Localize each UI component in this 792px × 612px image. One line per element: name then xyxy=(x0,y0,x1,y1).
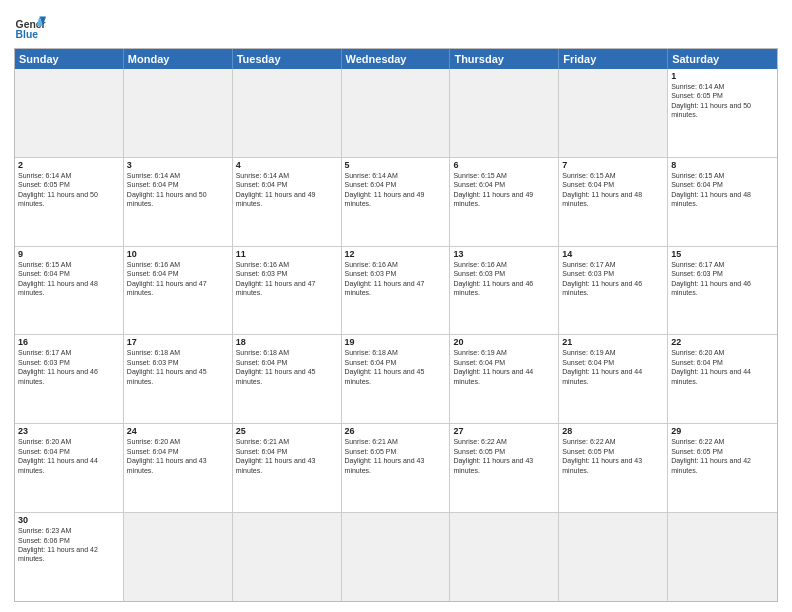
day-number: 3 xyxy=(127,160,229,170)
day-number: 26 xyxy=(345,426,447,436)
day-info: Sunrise: 6:17 AMSunset: 6:03 PMDaylight:… xyxy=(671,260,774,298)
calendar-cell: 30Sunrise: 6:23 AMSunset: 6:06 PMDayligh… xyxy=(15,513,124,601)
calendar-cell: 5Sunrise: 6:14 AMSunset: 6:04 PMDaylight… xyxy=(342,158,451,246)
day-info: Sunrise: 6:18 AMSunset: 6:03 PMDaylight:… xyxy=(127,348,229,386)
day-number: 23 xyxy=(18,426,120,436)
day-info: Sunrise: 6:16 AMSunset: 6:04 PMDaylight:… xyxy=(127,260,229,298)
day-number: 20 xyxy=(453,337,555,347)
day-info: Sunrise: 6:15 AMSunset: 6:04 PMDaylight:… xyxy=(453,171,555,209)
calendar-cell: 12Sunrise: 6:16 AMSunset: 6:03 PMDayligh… xyxy=(342,247,451,335)
day-number: 22 xyxy=(671,337,774,347)
day-number: 8 xyxy=(671,160,774,170)
calendar-cell: 1Sunrise: 6:14 AMSunset: 6:05 PMDaylight… xyxy=(668,69,777,157)
calendar-cell: 23Sunrise: 6:20 AMSunset: 6:04 PMDayligh… xyxy=(15,424,124,512)
calendar-cell: 19Sunrise: 6:18 AMSunset: 6:04 PMDayligh… xyxy=(342,335,451,423)
day-info: Sunrise: 6:22 AMSunset: 6:05 PMDaylight:… xyxy=(453,437,555,475)
day-number: 10 xyxy=(127,249,229,259)
calendar-cell: 26Sunrise: 6:21 AMSunset: 6:05 PMDayligh… xyxy=(342,424,451,512)
calendar-cell xyxy=(342,513,451,601)
calendar-cell: 6Sunrise: 6:15 AMSunset: 6:04 PMDaylight… xyxy=(450,158,559,246)
weekday-header: Thursday xyxy=(450,49,559,69)
calendar-cell: 4Sunrise: 6:14 AMSunset: 6:04 PMDaylight… xyxy=(233,158,342,246)
day-info: Sunrise: 6:14 AMSunset: 6:05 PMDaylight:… xyxy=(18,171,120,209)
day-info: Sunrise: 6:14 AMSunset: 6:04 PMDaylight:… xyxy=(127,171,229,209)
calendar-cell: 20Sunrise: 6:19 AMSunset: 6:04 PMDayligh… xyxy=(450,335,559,423)
day-number: 29 xyxy=(671,426,774,436)
day-number: 7 xyxy=(562,160,664,170)
day-info: Sunrise: 6:15 AMSunset: 6:04 PMDaylight:… xyxy=(671,171,774,209)
day-number: 2 xyxy=(18,160,120,170)
logo: General Blue xyxy=(14,10,46,42)
weekday-header: Wednesday xyxy=(342,49,451,69)
calendar-cell: 9Sunrise: 6:15 AMSunset: 6:04 PMDaylight… xyxy=(15,247,124,335)
calendar-cell: 29Sunrise: 6:22 AMSunset: 6:05 PMDayligh… xyxy=(668,424,777,512)
calendar-cell xyxy=(559,513,668,601)
day-number: 27 xyxy=(453,426,555,436)
day-number: 13 xyxy=(453,249,555,259)
calendar-row: 30Sunrise: 6:23 AMSunset: 6:06 PMDayligh… xyxy=(15,513,777,601)
day-info: Sunrise: 6:18 AMSunset: 6:04 PMDaylight:… xyxy=(236,348,338,386)
day-info: Sunrise: 6:19 AMSunset: 6:04 PMDaylight:… xyxy=(562,348,664,386)
calendar-cell xyxy=(233,513,342,601)
day-info: Sunrise: 6:14 AMSunset: 6:04 PMDaylight:… xyxy=(345,171,447,209)
day-info: Sunrise: 6:20 AMSunset: 6:04 PMDaylight:… xyxy=(18,437,120,475)
svg-text:Blue: Blue xyxy=(16,29,39,40)
calendar-cell: 17Sunrise: 6:18 AMSunset: 6:03 PMDayligh… xyxy=(124,335,233,423)
weekday-header: Tuesday xyxy=(233,49,342,69)
calendar-cell: 10Sunrise: 6:16 AMSunset: 6:04 PMDayligh… xyxy=(124,247,233,335)
day-number: 30 xyxy=(18,515,120,525)
weekday-header: Monday xyxy=(124,49,233,69)
calendar-row: 16Sunrise: 6:17 AMSunset: 6:03 PMDayligh… xyxy=(15,335,777,424)
calendar-cell: 3Sunrise: 6:14 AMSunset: 6:04 PMDaylight… xyxy=(124,158,233,246)
calendar-cell: 7Sunrise: 6:15 AMSunset: 6:04 PMDaylight… xyxy=(559,158,668,246)
day-number: 21 xyxy=(562,337,664,347)
day-number: 6 xyxy=(453,160,555,170)
calendar-cell: 18Sunrise: 6:18 AMSunset: 6:04 PMDayligh… xyxy=(233,335,342,423)
weekday-header: Sunday xyxy=(15,49,124,69)
day-number: 12 xyxy=(345,249,447,259)
calendar-cell: 13Sunrise: 6:16 AMSunset: 6:03 PMDayligh… xyxy=(450,247,559,335)
day-info: Sunrise: 6:21 AMSunset: 6:05 PMDaylight:… xyxy=(345,437,447,475)
day-info: Sunrise: 6:17 AMSunset: 6:03 PMDaylight:… xyxy=(562,260,664,298)
day-info: Sunrise: 6:17 AMSunset: 6:03 PMDaylight:… xyxy=(18,348,120,386)
day-number: 28 xyxy=(562,426,664,436)
calendar-cell: 2Sunrise: 6:14 AMSunset: 6:05 PMDaylight… xyxy=(15,158,124,246)
calendar-cell: 22Sunrise: 6:20 AMSunset: 6:04 PMDayligh… xyxy=(668,335,777,423)
day-number: 9 xyxy=(18,249,120,259)
day-number: 25 xyxy=(236,426,338,436)
calendar-cell xyxy=(124,69,233,157)
calendar-cell xyxy=(450,69,559,157)
calendar-cell: 27Sunrise: 6:22 AMSunset: 6:05 PMDayligh… xyxy=(450,424,559,512)
calendar-cell xyxy=(342,69,451,157)
day-number: 16 xyxy=(18,337,120,347)
calendar-row: 1Sunrise: 6:14 AMSunset: 6:05 PMDaylight… xyxy=(15,69,777,158)
day-number: 18 xyxy=(236,337,338,347)
calendar-cell xyxy=(668,513,777,601)
day-info: Sunrise: 6:16 AMSunset: 6:03 PMDaylight:… xyxy=(453,260,555,298)
calendar-cell xyxy=(15,69,124,157)
calendar-cell: 25Sunrise: 6:21 AMSunset: 6:04 PMDayligh… xyxy=(233,424,342,512)
calendar-cell: 16Sunrise: 6:17 AMSunset: 6:03 PMDayligh… xyxy=(15,335,124,423)
day-number: 19 xyxy=(345,337,447,347)
page: General Blue SundayMondayTuesdayWednesda… xyxy=(0,0,792,612)
calendar-header: SundayMondayTuesdayWednesdayThursdayFrid… xyxy=(15,49,777,69)
day-info: Sunrise: 6:22 AMSunset: 6:05 PMDaylight:… xyxy=(671,437,774,475)
calendar-cell: 14Sunrise: 6:17 AMSunset: 6:03 PMDayligh… xyxy=(559,247,668,335)
day-number: 1 xyxy=(671,71,774,81)
logo-icon: General Blue xyxy=(14,10,46,42)
day-number: 24 xyxy=(127,426,229,436)
calendar-cell: 15Sunrise: 6:17 AMSunset: 6:03 PMDayligh… xyxy=(668,247,777,335)
calendar-cell: 21Sunrise: 6:19 AMSunset: 6:04 PMDayligh… xyxy=(559,335,668,423)
day-info: Sunrise: 6:16 AMSunset: 6:03 PMDaylight:… xyxy=(236,260,338,298)
day-info: Sunrise: 6:19 AMSunset: 6:04 PMDaylight:… xyxy=(453,348,555,386)
day-info: Sunrise: 6:21 AMSunset: 6:04 PMDaylight:… xyxy=(236,437,338,475)
calendar-row: 2Sunrise: 6:14 AMSunset: 6:05 PMDaylight… xyxy=(15,158,777,247)
calendar-cell: 24Sunrise: 6:20 AMSunset: 6:04 PMDayligh… xyxy=(124,424,233,512)
day-number: 11 xyxy=(236,249,338,259)
day-info: Sunrise: 6:20 AMSunset: 6:04 PMDaylight:… xyxy=(671,348,774,386)
calendar-cell: 11Sunrise: 6:16 AMSunset: 6:03 PMDayligh… xyxy=(233,247,342,335)
weekday-header: Friday xyxy=(559,49,668,69)
weekday-header: Saturday xyxy=(668,49,777,69)
day-number: 14 xyxy=(562,249,664,259)
day-info: Sunrise: 6:14 AMSunset: 6:05 PMDaylight:… xyxy=(671,82,774,120)
